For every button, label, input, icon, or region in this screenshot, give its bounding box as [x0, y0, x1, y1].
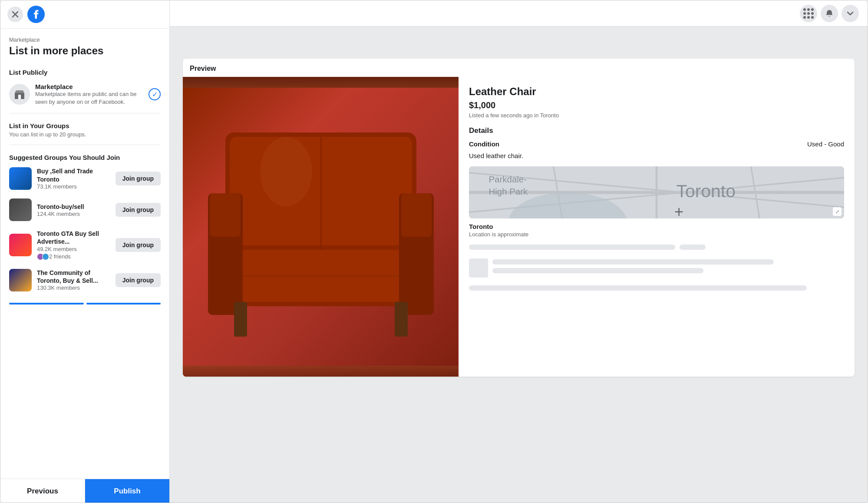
detail-condition-row: Condition Used - Good [469, 140, 844, 148]
chair-image-area [183, 77, 459, 377]
progress-bar [0, 296, 169, 308]
friend-avatar-2 [42, 253, 49, 260]
detail-panel: Leather Chair $1,000 Listed a few second… [459, 77, 855, 377]
group-item-1: Buy ,Sell and Trade Toronto 73.1K member… [0, 163, 169, 194]
item-description: Used leather chair. [469, 152, 844, 159]
marketplace-name: Marketplace [35, 83, 143, 90]
skeleton-bar-3 [492, 268, 703, 273]
group-avatar-4 [9, 269, 32, 291]
grid-icon [803, 8, 814, 19]
sidebar-content: Marketplace List in more places List Pub… [0, 29, 169, 503]
right-content: Preview [170, 26, 868, 503]
chair-image [183, 88, 459, 377]
skeleton-short-1 [680, 245, 706, 250]
right-section: Preview [170, 0, 868, 503]
svg-rect-13 [234, 302, 247, 337]
skeleton-avatar [469, 258, 488, 278]
group-avatar-3 [9, 234, 32, 256]
bell-icon [825, 9, 834, 18]
divider-2 [9, 145, 161, 145]
map-container: Toronto Parkdale- High Park Danforth + ⤢ [469, 166, 844, 218]
fb-top-icons [0, 0, 169, 29]
chair-top-bar [183, 77, 459, 88]
chair-bottom-bar [183, 366, 459, 377]
leather-chair-svg [199, 106, 442, 358]
location-name: Toronto [469, 223, 844, 230]
sidebar: Marketplace List in more places List Pub… [0, 0, 170, 503]
join-button-4[interactable]: Join group [116, 273, 161, 287]
sidebar-title: List in more places [9, 45, 161, 57]
group-name-4: The Community of Toronto, Buy & Sell... [37, 269, 110, 285]
check-icon: ✓ [149, 88, 161, 100]
group-info-4: The Community of Toronto, Buy & Sell... … [37, 269, 110, 291]
preview-label: Preview [183, 59, 855, 77]
group-avatar-1 [9, 167, 32, 190]
group-item-4: The Community of Toronto, Buy & Sell... … [0, 265, 169, 296]
item-listed: Listed a few seconds ago in Toronto [469, 112, 844, 119]
marketplace-icon [9, 84, 30, 105]
join-button-1[interactable]: Join group [116, 172, 161, 185]
group-name-1: Buy ,Sell and Trade Toronto [37, 167, 110, 183]
map-expand-icon: ⤢ [833, 207, 842, 216]
condition-label: Condition [469, 140, 499, 148]
group-members-3: 49.2K members [37, 246, 110, 252]
skeleton-bar-1 [469, 245, 675, 250]
skeleton-bar-4 [469, 285, 807, 291]
svg-text:High Park: High Park [488, 186, 528, 196]
friend-avatars [37, 253, 47, 260]
svg-text:Toronto: Toronto [676, 181, 735, 201]
publish-button[interactable]: Publish [85, 479, 169, 503]
location-sub: Location is approximate [469, 231, 844, 238]
divider-1 [9, 113, 161, 113]
sidebar-header: Marketplace List in more places [0, 29, 169, 62]
previous-button[interactable]: Previous [0, 479, 85, 503]
chevron-down-icon [847, 10, 854, 17]
progress-segment-1 [9, 303, 84, 304]
group-avatar-2 [9, 199, 32, 221]
suggested-groups-header: Suggested Groups You Should Join [0, 147, 169, 163]
preview-card: Preview [183, 59, 855, 377]
list-publicly-header: List Publicly [0, 62, 169, 78]
progress-segment-2 [86, 303, 161, 304]
item-title: Leather Chair [469, 86, 844, 98]
close-button[interactable] [7, 7, 23, 22]
facebook-logo [27, 6, 45, 23]
svg-rect-4 [18, 95, 21, 99]
svg-point-17 [260, 137, 312, 206]
item-price: $1,000 [469, 100, 844, 110]
map-svg: Toronto Parkdale- High Park Danforth + [469, 166, 844, 218]
store-icon [14, 89, 25, 100]
join-button-2[interactable]: Join group [116, 203, 161, 217]
group-members-2: 124.4K members [37, 211, 110, 217]
page-wrapper: Marketplace List in more places List Pub… [0, 0, 868, 503]
notifications-button[interactable] [821, 5, 838, 22]
skeleton-bar-2 [492, 259, 774, 265]
marketplace-description: Marketplace items are public and can be … [35, 90, 143, 106]
condition-value: Used - Good [807, 140, 844, 148]
group-info-3: Toronto GTA Buy Sell Advertise... 49.2K … [37, 230, 110, 260]
group-item-3: Toronto GTA Buy Sell Advertise... 49.2K … [0, 225, 169, 264]
group-info-1: Buy ,Sell and Trade Toronto 73.1K member… [37, 167, 110, 189]
skeleton-lines [492, 259, 844, 277]
svg-rect-10 [210, 193, 241, 237]
svg-text:+: + [674, 203, 683, 218]
preview-inner: Leather Chair $1,000 Listed a few second… [183, 77, 855, 377]
breadcrumb: Marketplace [9, 36, 161, 43]
sidebar-footer: Previous Publish [0, 479, 169, 503]
close-icon [12, 11, 19, 18]
list-groups-header: List in Your Groups [0, 115, 169, 131]
group-item-2: Toronto-buy/sell 124.4K members Join gro… [0, 194, 169, 225]
skeleton-row-2 [469, 258, 844, 278]
group-name-2: Toronto-buy/sell [37, 203, 110, 211]
friends-count: 2 friends [49, 253, 71, 260]
marketplace-item: Marketplace Marketplace items are public… [0, 78, 169, 111]
skeleton-row-1 [469, 245, 844, 250]
join-button-3[interactable]: Join group [116, 238, 161, 252]
grid-menu-button[interactable] [800, 5, 817, 22]
marketplace-text: Marketplace Marketplace items are public… [35, 83, 143, 106]
svg-text:Parkdale-: Parkdale- [488, 174, 527, 184]
group-name-3: Toronto GTA Buy Sell Advertise... [37, 230, 110, 245]
right-topbar [170, 0, 868, 26]
account-menu-button[interactable] [842, 5, 859, 22]
group-members-4: 130.3K members [37, 285, 110, 291]
